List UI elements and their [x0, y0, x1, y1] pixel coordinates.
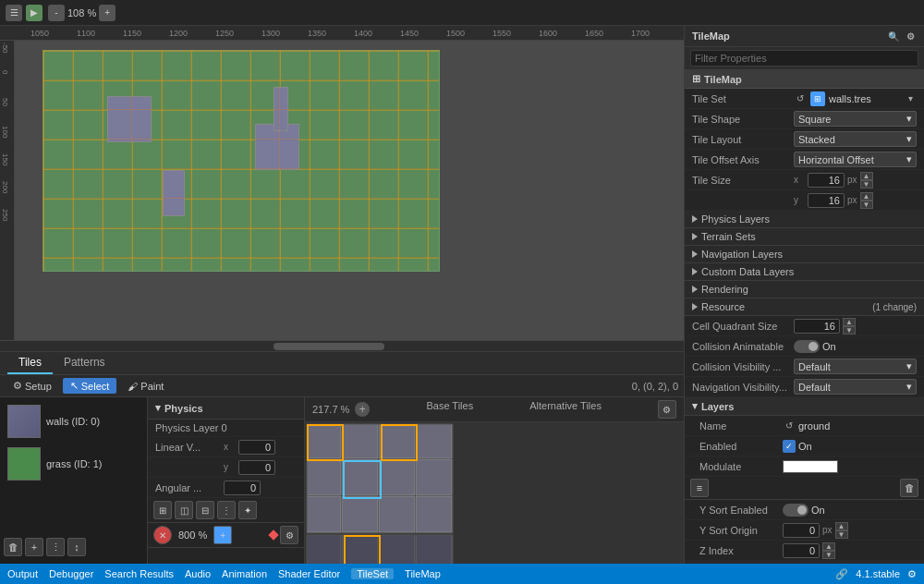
layer-enabled-row: Enabled ✓ On — [685, 436, 924, 456]
options-tile-button[interactable]: ⋮ — [46, 538, 65, 556]
tile-preview-zoom-plus[interactable]: + — [355, 402, 370, 417]
setup-button[interactable]: ⚙ Setup — [6, 378, 59, 394]
canvas-viewport[interactable] — [15, 41, 684, 340]
tile-layout-dropdown[interactable]: Stacked ▾ — [794, 131, 917, 147]
navigation-visibility-dropdown[interactable]: Default ▾ — [794, 379, 917, 395]
tile-item-grass[interactable]: grass (ID: 1) — [4, 444, 143, 484]
zoom-plus-button[interactable]: + — [99, 5, 116, 21]
move-tile-button[interactable]: ↕ — [67, 538, 86, 556]
status-icon: 🔗 — [835, 568, 848, 580]
tile-size-x-up[interactable]: ▲ — [860, 172, 873, 180]
tile-size-y-up[interactable]: ▲ — [860, 192, 873, 201]
tile-set-dropdown-icon[interactable]: ▾ — [904, 92, 917, 105]
y-sort-origin-up[interactable]: ▲ — [835, 522, 848, 530]
layer-modulate-value — [783, 460, 917, 473]
panel-settings-icon[interactable]: ⚙ — [904, 30, 917, 43]
layer-modulate-swatch[interactable] — [783, 460, 838, 473]
physics-x-input[interactable] — [238, 440, 275, 455]
layer-delete-button[interactable]: 🗑 — [900, 479, 918, 497]
tab-patterns[interactable]: Patterns — [53, 352, 116, 374]
layer-drag-handle[interactable]: ≡ — [690, 479, 709, 497]
y-sort-origin-input[interactable] — [783, 523, 820, 538]
panel-title: TileMap — [692, 30, 730, 42]
select-button[interactable]: ↖ Select — [63, 378, 117, 394]
physics-y-input[interactable] — [238, 460, 275, 475]
cell-quadrant-label: Cell Quadrant Size — [692, 321, 794, 332]
physics-angular-input[interactable] — [224, 481, 261, 495]
panel-search-icon[interactable]: 🔍 — [887, 30, 900, 43]
status-search[interactable]: Search Results — [104, 568, 174, 579]
cell-quadrant-down[interactable]: ▼ — [843, 326, 856, 335]
horizontal-scrollbar[interactable] — [0, 340, 684, 351]
tile-shape-dropdown[interactable]: Square ▾ — [794, 111, 917, 127]
expand-rendering[interactable]: Rendering — [685, 281, 924, 298]
phys-settings-btn[interactable]: ⚙ — [280, 526, 298, 544]
scrollbar-thumb[interactable] — [274, 343, 384, 350]
tile-size-y-down[interactable]: ▼ — [860, 201, 873, 209]
tile-size-x-down[interactable]: ▼ — [860, 180, 873, 189]
status-tilemap[interactable]: TileMap — [405, 568, 441, 579]
status-output[interactable]: Output — [7, 568, 38, 579]
layer-enabled-checkbox[interactable]: ✓ — [783, 440, 796, 453]
phys-btn-2[interactable]: ◫ — [175, 501, 193, 519]
zoom-minus-button[interactable]: - — [48, 5, 65, 21]
cell-quadrant-up[interactable]: ▲ — [843, 318, 856, 326]
status-animation[interactable]: Animation — [222, 568, 267, 579]
expand-resource[interactable]: Resource (1 change) — [685, 298, 924, 316]
z-index-spinner: ▲ ▼ — [822, 542, 835, 559]
paint-button[interactable]: 🖌 Paint — [120, 379, 171, 394]
layer-enabled-value: ✓ On — [783, 440, 917, 453]
physics-title: Physics — [164, 403, 203, 414]
rendering-label: Rendering — [701, 284, 748, 295]
tile-set-reload-icon[interactable]: ↺ — [794, 92, 807, 105]
tile-shape-chevron: ▾ — [906, 113, 912, 125]
ruler-vertical: -50 0 50 100 150 200 250 — [0, 41, 15, 340]
phys-add-btn[interactable]: + — [213, 526, 232, 544]
phys-btn-4[interactable]: ⋮ — [217, 501, 236, 519]
layer-name-icon[interactable]: ↺ — [783, 420, 796, 432]
tile-item-walls[interactable]: walls (ID: 0) — [4, 401, 143, 442]
expand-physics-layers[interactable]: Physics Layers — [685, 211, 924, 228]
status-audio[interactable]: Audio — [185, 568, 211, 579]
red-diamond-container — [270, 531, 277, 539]
status-settings-icon[interactable]: ⚙ — [907, 568, 917, 580]
filter-input[interactable] — [690, 50, 918, 67]
status-shader-editor[interactable]: Shader Editor — [278, 568, 340, 579]
status-debugger[interactable]: Debugger — [49, 568, 93, 579]
layers-collapse-icon[interactable]: ▾ — [692, 400, 698, 412]
z-index-input[interactable] — [783, 543, 820, 558]
run-icon[interactable]: ▶ — [26, 5, 43, 21]
cell-quadrant-input[interactable] — [794, 319, 840, 334]
collision-animatable-label: Collision Animatable — [692, 341, 794, 352]
phys-btn-1[interactable]: ⊞ — [153, 501, 172, 519]
status-tileset[interactable]: TileSet — [351, 568, 394, 579]
tile-size-x-input[interactable] — [808, 173, 845, 188]
z-index-up[interactable]: ▲ — [822, 542, 835, 551]
tile-thumb-grass — [7, 447, 41, 481]
physics-linear-row: Linear V... x — [148, 437, 304, 457]
menu-icon[interactable]: ☰ — [6, 5, 22, 21]
collision-toggle[interactable] — [794, 340, 820, 353]
zoom-percentage: 217.7 % — [312, 404, 349, 415]
expand-custom-data[interactable]: Custom Data Layers — [685, 263, 924, 281]
z-index-down[interactable]: ▼ — [822, 551, 835, 559]
tab-tiles[interactable]: Tiles — [7, 352, 53, 374]
phys-btn-3[interactable]: ⊟ — [196, 501, 214, 519]
expand-terrain-sets[interactable]: Terrain Sets — [685, 228, 924, 246]
collision-visibility-dropdown[interactable]: Default ▾ — [794, 359, 917, 374]
phys-remove-btn[interactable]: ✕ — [153, 526, 172, 544]
tile-preview-settings[interactable]: ⚙ — [658, 400, 676, 419]
custom-data-label: Custom Data Layers — [701, 266, 794, 277]
physics-collapse-icon[interactable]: ▾ — [155, 402, 161, 414]
tile-size-y-input[interactable] — [808, 193, 845, 208]
add-tile-button[interactable]: + — [25, 538, 43, 556]
y-sort-origin-down[interactable]: ▼ — [835, 530, 848, 539]
tile-size-x-value: x px ▲ ▼ — [794, 172, 917, 189]
tile-preview-canvas[interactable] — [305, 422, 684, 564]
y-sort-origin-row: Y Sort Origin px ▲ ▼ — [685, 520, 924, 541]
y-sort-toggle[interactable] — [783, 504, 808, 517]
delete-tile-button[interactable]: 🗑 — [4, 538, 22, 556]
expand-navigation-layers[interactable]: Navigation Layers — [685, 246, 924, 263]
tile-offset-dropdown[interactable]: Horizontal Offset ▾ — [794, 152, 917, 167]
phys-btn-5[interactable]: ✦ — [238, 501, 257, 519]
